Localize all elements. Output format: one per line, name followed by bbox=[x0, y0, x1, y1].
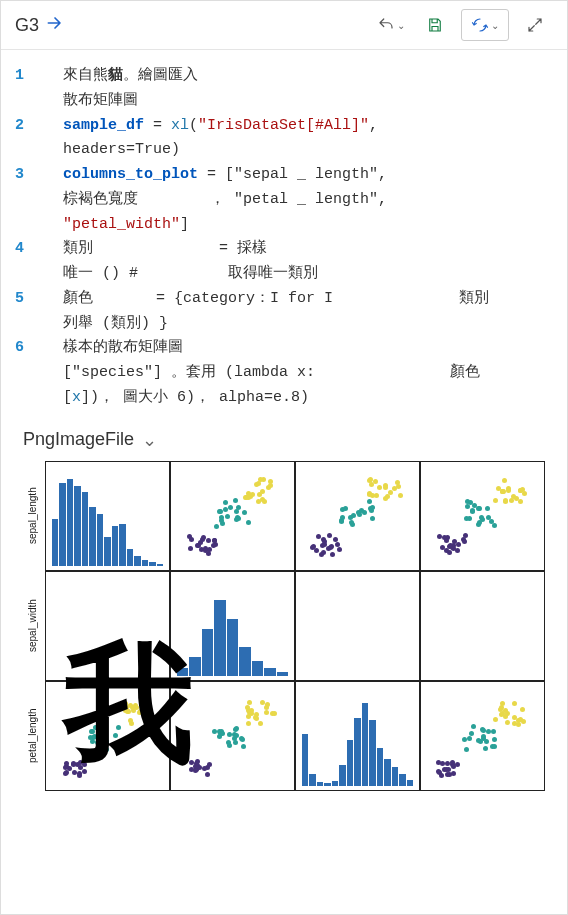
y-axis-label: sepal_length bbox=[19, 461, 45, 571]
scatter-point bbox=[447, 550, 452, 555]
scatter-panel bbox=[177, 688, 288, 784]
line-number: 3 bbox=[15, 163, 63, 188]
scatter-point bbox=[518, 499, 523, 504]
scatter-point bbox=[491, 729, 496, 734]
scatter-point bbox=[253, 715, 258, 720]
scatter-point bbox=[477, 520, 482, 525]
scatter-point bbox=[505, 720, 510, 725]
scatter-point bbox=[518, 717, 523, 722]
line-number: 2 bbox=[15, 114, 63, 139]
scatter-point bbox=[319, 552, 324, 557]
scatter-matrix-output: sepal_length765sepal_width432petal_lengt… bbox=[1, 455, 567, 791]
code-line-continuation[interactable]: headers=True) bbox=[15, 138, 553, 163]
scatter-point bbox=[227, 732, 232, 737]
expand-button[interactable] bbox=[517, 9, 553, 41]
histogram-bars bbox=[302, 692, 413, 786]
scatter-point bbox=[241, 744, 246, 749]
scatter-point bbox=[369, 508, 374, 513]
scatter-point bbox=[496, 486, 501, 491]
code-content[interactable]: columns_to_plot = ["sepal _ length", bbox=[63, 163, 553, 188]
scatter-point bbox=[228, 505, 233, 510]
code-line[interactable]: 4類別 = 採樣 bbox=[15, 237, 553, 262]
y-axis-label: petal_length bbox=[19, 681, 45, 791]
scatter-point bbox=[246, 495, 251, 500]
line-number: 5 bbox=[15, 287, 63, 312]
scatter-point bbox=[270, 711, 275, 716]
code-line-continuation[interactable]: ["species"] 。套用 (lambda x: 顏色 bbox=[15, 361, 553, 386]
code-line[interactable]: 3columns_to_plot = ["sepal _ length", bbox=[15, 163, 553, 188]
scatter-point bbox=[374, 493, 379, 498]
scatter-panel bbox=[302, 468, 413, 564]
scatter-point bbox=[194, 761, 199, 766]
scatter-point bbox=[104, 739, 109, 744]
code-content[interactable]: 樣本的散布矩陣圖 bbox=[63, 336, 553, 361]
scatter-point bbox=[256, 481, 261, 486]
code-editor[interactable]: 1來自熊貓。繪圖匯入散布矩陣圖2sample_df = xl("IrisData… bbox=[1, 50, 567, 419]
output-header[interactable]: PngImageFile ⌄ bbox=[1, 419, 567, 455]
scatter-point bbox=[77, 773, 82, 778]
matrix-cell bbox=[295, 681, 420, 791]
scatter-point bbox=[328, 545, 333, 550]
scatter-point bbox=[234, 726, 239, 731]
scatter-point bbox=[467, 736, 472, 741]
scatter-point bbox=[476, 506, 481, 511]
save-button[interactable] bbox=[417, 9, 453, 41]
scatter-point bbox=[333, 537, 338, 542]
code-content[interactable]: sample_df = xl("IrisDataSet[#All]", bbox=[63, 114, 553, 139]
scatter-point bbox=[82, 769, 87, 774]
code-line[interactable]: 5顏色 = {category：I for I 類別 bbox=[15, 287, 553, 312]
code-line-continuation[interactable]: [x])， 圖大小 6)， alpha=e.8) bbox=[15, 386, 553, 411]
scatter-point bbox=[264, 710, 269, 715]
code-line[interactable]: 1來自熊貓。繪圖匯入 bbox=[15, 64, 553, 89]
code-line[interactable]: 6樣本的散布矩陣圖 bbox=[15, 336, 553, 361]
scatter-point bbox=[467, 516, 472, 521]
code-line[interactable]: 2sample_df = xl("IrisDataSet[#All]", bbox=[15, 114, 553, 139]
code-content[interactable]: 來自熊貓。繪圖匯入 bbox=[63, 64, 553, 89]
code-line-continuation[interactable]: 棕褐色寬度 ， "petal _ length", bbox=[15, 188, 553, 213]
scatter-point bbox=[456, 542, 461, 547]
line-number: 1 bbox=[15, 64, 63, 89]
undo-button[interactable]: ⌄ bbox=[373, 9, 409, 41]
matrix-cell bbox=[170, 461, 295, 571]
scatter-point bbox=[75, 762, 80, 767]
scatter-point bbox=[220, 731, 225, 736]
scatter-point bbox=[455, 548, 460, 553]
code-line-continuation[interactable]: 唯一 () # 取得唯一類別 bbox=[15, 262, 553, 287]
matrix-cell bbox=[420, 681, 545, 791]
scatter-point bbox=[436, 769, 441, 774]
code-content[interactable]: 類別 = 採樣 bbox=[63, 237, 553, 262]
cell-ref-text: G3 bbox=[15, 15, 39, 36]
scatter-point bbox=[330, 552, 335, 557]
arrow-right-icon[interactable] bbox=[45, 13, 65, 38]
scatter-point bbox=[211, 543, 216, 548]
scatter-point bbox=[485, 506, 490, 511]
scatter-point bbox=[116, 725, 121, 730]
scatter-point bbox=[437, 534, 442, 539]
scatter-point bbox=[137, 710, 142, 715]
scatter-point bbox=[234, 517, 239, 522]
scatter-point bbox=[337, 547, 342, 552]
scatter-point bbox=[205, 772, 210, 777]
scatter-point bbox=[469, 731, 474, 736]
code-line-continuation[interactable]: "petal_width"] bbox=[15, 213, 553, 238]
scatter-point bbox=[520, 487, 525, 492]
scatter-point bbox=[198, 540, 203, 545]
matrix-cell: 432 bbox=[45, 571, 170, 681]
scatter-point bbox=[439, 773, 444, 778]
scatter-point bbox=[492, 737, 497, 742]
scatter-point bbox=[193, 768, 198, 773]
scatter-point bbox=[212, 729, 217, 734]
cell-reference: G3 bbox=[15, 13, 65, 38]
scatter-point bbox=[123, 708, 128, 713]
scatter-point bbox=[503, 708, 508, 713]
matrix-cell bbox=[295, 571, 420, 681]
code-line-continuation[interactable]: 列舉 (類別) } bbox=[15, 312, 553, 337]
scatter-point bbox=[95, 740, 100, 745]
refresh-button[interactable]: ⌄ bbox=[461, 9, 509, 41]
scatter-point bbox=[502, 478, 507, 483]
scatter-point bbox=[396, 484, 401, 489]
scatter-point bbox=[440, 545, 445, 550]
code-content[interactable]: 顏色 = {category：I for I 類別 bbox=[63, 287, 553, 312]
scatter-point bbox=[246, 721, 251, 726]
code-line-continuation[interactable]: 散布矩陣圖 bbox=[15, 89, 553, 114]
